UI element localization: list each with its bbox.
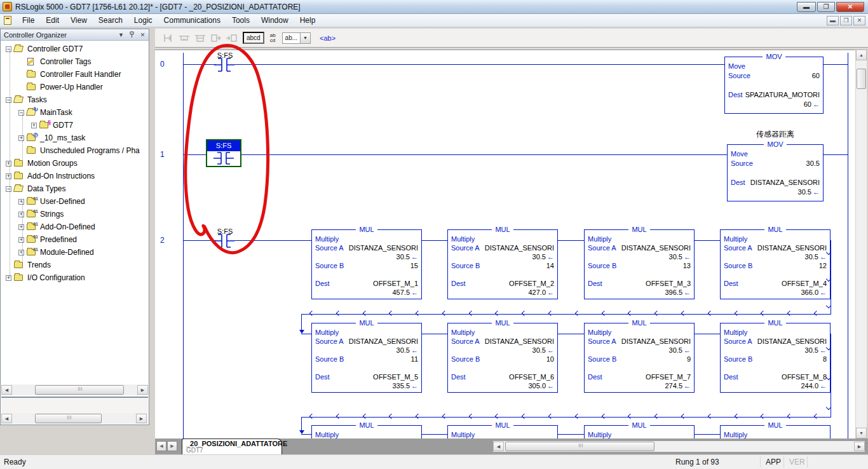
scroll-up-icon[interactable]: ▲ xyxy=(856,50,867,60)
mul-instruction-10[interactable]: MUL Multiply xyxy=(447,425,558,438)
scroll-right-icon[interactable]: ▶ xyxy=(854,442,865,451)
operand-tag[interactable]: OFFSET_M_8 xyxy=(782,372,827,381)
operand-value[interactable]: 13 xyxy=(683,261,691,270)
mul-instruction-7[interactable]: MUL Multiply Source ADISTANZA_SENSORI 30… xyxy=(584,323,695,393)
xic-contact[interactable] xyxy=(214,233,234,249)
editor-h-scrollbar[interactable]: ◀ ▶ xyxy=(493,441,865,452)
collapse-icon[interactable]: − xyxy=(6,46,11,52)
menu-item-file[interactable]: File xyxy=(17,15,40,26)
export-rung-icon[interactable] xyxy=(209,32,223,44)
scroll-down-icon[interactable]: ▼ xyxy=(856,428,867,438)
tag-display-dropdown[interactable]: ab... ▼ xyxy=(282,32,311,44)
tree-item-power-up-handler[interactable]: Power-Up Handler xyxy=(1,81,149,93)
mul-instruction-6[interactable]: MUL Multiply Source ADISTANZA_SENSORI 30… xyxy=(447,323,558,393)
expand-icon[interactable]: + xyxy=(18,135,24,141)
organizer-h-scrollbar[interactable]: ◀ ▶ xyxy=(1,384,148,395)
collapse-icon[interactable]: − xyxy=(6,97,11,103)
operand-value[interactable]: 60 xyxy=(812,71,820,81)
selected-contact-tag[interactable]: S:FS xyxy=(207,140,240,151)
tree-item-io-configuration[interactable]: + I/O Configuration xyxy=(1,271,149,284)
mul-instruction-1[interactable]: MUL Multiply Source ADISTANZA_SENSORI 30… xyxy=(311,229,422,299)
operand-value[interactable]: 9 xyxy=(687,355,691,364)
tab-scroll-left-icon[interactable]: ◀ xyxy=(156,441,166,451)
operand-tag[interactable]: OFFSET_M_2 xyxy=(509,279,554,288)
expand-icon[interactable]: + xyxy=(6,275,11,281)
menu-item-tools[interactable]: Tools xyxy=(226,15,255,26)
operand-tag[interactable]: DISTANZA_SENSORI xyxy=(621,337,691,346)
xic-contact[interactable] xyxy=(214,57,234,73)
menu-item-search[interactable]: Search xyxy=(93,15,128,26)
rung-number-1[interactable]: 1 xyxy=(160,150,165,159)
toggle-tag-names-button[interactable]: abcd xyxy=(243,32,264,44)
operand-value[interactable]: 15 xyxy=(410,261,418,270)
scroll-thumb[interactable] xyxy=(35,414,102,423)
menu-item-edit[interactable]: Edit xyxy=(40,15,65,26)
dropdown-arrow-icon[interactable]: ▼ xyxy=(300,33,310,43)
import-rung-icon[interactable] xyxy=(225,32,239,44)
scroll-left-icon[interactable]: ◀ xyxy=(1,385,12,395)
operand-tag[interactable]: OFFSET_M_5 xyxy=(373,372,418,381)
expand-icon[interactable]: + xyxy=(31,123,37,128)
operand-tag[interactable]: SPAZIATURA_MOTORI xyxy=(745,90,820,100)
tree-item-controller-gdt7[interactable]: − Controller GDT7 xyxy=(1,43,149,55)
new-rung-icon[interactable] xyxy=(161,32,175,44)
operand-value[interactable]: 30.5 xyxy=(806,159,820,168)
child-restore-button[interactable]: ❐ xyxy=(840,16,852,25)
chevron-down-icon[interactable]: ▼ xyxy=(116,31,126,39)
mul-instruction-11[interactable]: MUL Multiply xyxy=(584,425,695,438)
editor-v-scrollbar[interactable]: ▲ ▼ xyxy=(856,50,867,438)
toggle-wrap-names-button[interactable]: ab cd xyxy=(270,33,276,43)
operand-value[interactable]: 11 xyxy=(411,355,418,364)
menu-item-help[interactable]: Help xyxy=(294,15,322,26)
operand-tag[interactable]: OFFSET_M_4 xyxy=(782,279,827,288)
pin-icon[interactable] xyxy=(127,31,137,39)
operand-value[interactable]: 14 xyxy=(546,261,554,270)
menu-item-logic[interactable]: Logic xyxy=(128,15,158,26)
operand-tag[interactable]: DISTANZA_SENSORI xyxy=(349,337,418,346)
tab-scroll-right-icon[interactable]: ▶ xyxy=(167,441,177,451)
child-close-button[interactable]: ✕ xyxy=(853,16,865,25)
rung-number-2[interactable]: 2 xyxy=(160,236,165,245)
routine-tab-active[interactable]: _20_POSIZIONI_ADATTATORE GDT7 xyxy=(182,438,282,454)
tree-item-add-on-instructions[interactable]: + Add-On Instructions xyxy=(1,170,149,182)
mov-instruction-1[interactable]: MOV Move Source60 DestSPAZIATURA_MOTORI … xyxy=(724,57,824,114)
collapse-icon[interactable]: − xyxy=(18,110,24,116)
restore-button[interactable]: ❐ xyxy=(817,2,835,12)
expand-icon[interactable]: + xyxy=(6,173,11,179)
scroll-thumb[interactable] xyxy=(35,385,124,395)
collapse-icon[interactable]: − xyxy=(6,186,11,192)
scroll-right-icon[interactable]: ▶ xyxy=(137,385,148,395)
operand-tag[interactable]: OFFSET_M_6 xyxy=(509,372,554,381)
lower-pane-h-scrollbar[interactable]: ◀ ▶ xyxy=(1,413,147,424)
scroll-left-icon[interactable]: ◀ xyxy=(493,442,504,451)
mul-instruction-12[interactable]: MUL Multiply xyxy=(720,425,831,438)
close-panel-icon[interactable]: ✕ xyxy=(138,31,147,39)
minimize-button[interactable]: ▬ xyxy=(797,2,816,12)
operand-value[interactable]: 12 xyxy=(819,261,827,270)
tree-item-tasks[interactable]: − Tasks xyxy=(1,93,149,106)
operand-tag[interactable]: OFFSET_M_3 xyxy=(646,279,691,288)
tree-item-controller-tags[interactable]: Controller Tags xyxy=(1,55,149,68)
expand-icon[interactable]: + xyxy=(18,224,24,230)
menu-item-communications[interactable]: Communications xyxy=(158,15,226,26)
tree-item-data-types[interactable]: − Data Types xyxy=(1,182,149,195)
expand-icon[interactable]: + xyxy=(18,212,24,217)
operand-tag[interactable]: OFFSET_M_1 xyxy=(373,279,418,288)
selected-xic-contact[interactable]: S:FS xyxy=(206,139,241,167)
scroll-thumb[interactable] xyxy=(857,69,866,89)
scroll-track[interactable] xyxy=(12,414,136,423)
expand-icon[interactable]: + xyxy=(18,237,24,243)
operand-tag[interactable]: OFFSET_M_7 xyxy=(646,372,691,381)
operand-tag[interactable]: DISTANZA_SENSORI xyxy=(485,243,554,252)
operand-tag[interactable]: DISTANZA_SENSORI xyxy=(757,243,827,252)
expand-icon[interactable]: + xyxy=(18,199,24,205)
operand-tag[interactable]: DISTANZA_SENSORI xyxy=(349,243,418,252)
branch-icon[interactable] xyxy=(177,32,191,44)
menu-item-window[interactable]: Window xyxy=(255,15,294,26)
scroll-left-icon[interactable]: ◀ xyxy=(1,414,12,423)
operand-tag[interactable]: DISTANZA_SENSORI xyxy=(750,178,820,187)
tree-item-controller-fault-handler[interactable]: Controller Fault Handler xyxy=(1,68,149,81)
edit-tag-button[interactable]: <ab> xyxy=(320,34,336,42)
child-minimize-button[interactable]: ▬ xyxy=(827,16,839,25)
expand-icon[interactable]: + xyxy=(18,250,24,255)
